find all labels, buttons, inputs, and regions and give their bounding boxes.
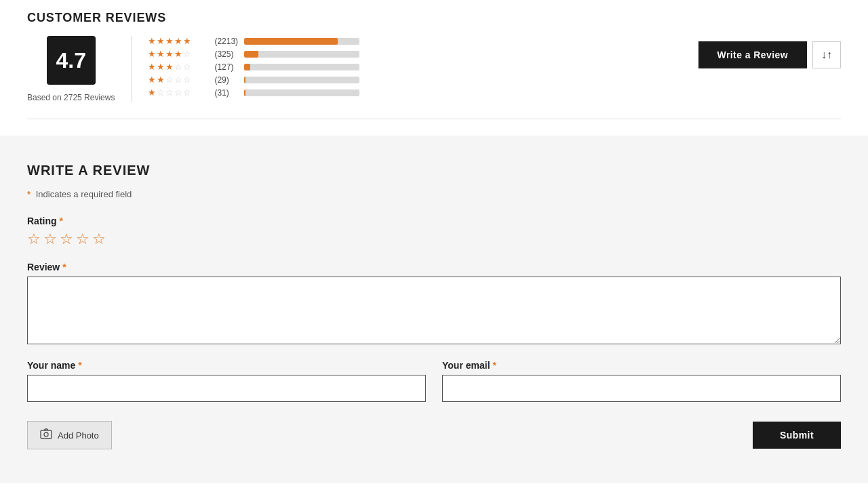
rating-label: Rating * (27, 216, 841, 226)
bar-star: ☆ (183, 75, 191, 85)
star-rating-input[interactable]: ☆ ☆ ☆ ☆ ☆ (27, 230, 841, 248)
add-photo-button[interactable]: Add Photo (27, 421, 112, 449)
submit-button[interactable]: Submit (753, 422, 841, 449)
required-note: * Indicates a required field (27, 189, 841, 199)
bar-count: (29) (214, 75, 239, 85)
bar-stars: ★★☆☆☆ (148, 75, 209, 85)
bar-stars: ★☆☆☆☆ (148, 87, 209, 98)
overall-rating-score: 4.7 (47, 36, 96, 85)
bar-track (244, 51, 359, 58)
email-group: Your email * (442, 360, 841, 402)
star-3[interactable]: ☆ (60, 230, 73, 248)
section-title: CUSTOMER REVIEWS (27, 11, 841, 25)
name-email-row: Your name * Your email * (27, 360, 841, 415)
bar-star: ★ (148, 62, 156, 72)
bar-star: ★ (183, 36, 191, 46)
bar-stars: ★★★★★ (148, 36, 209, 46)
name-required: * (78, 360, 81, 371)
bar-count: (31) (214, 88, 239, 98)
bar-star: ★ (148, 87, 156, 98)
svg-point-1 (44, 432, 48, 436)
rating-bar-row: ★★★★☆(325) (148, 49, 682, 59)
add-photo-label: Add Photo (58, 430, 99, 441)
star-1[interactable]: ☆ (27, 230, 41, 248)
bar-fill (244, 89, 245, 96)
bar-fill (244, 64, 250, 70)
actions-area: Write a Review ↓↑ (698, 36, 841, 68)
based-on-label: Based on 2725 Reviews (27, 93, 115, 102)
bar-star: ★ (174, 49, 182, 59)
bar-star: ★ (165, 62, 174, 72)
bar-star: ☆ (165, 75, 174, 85)
bar-star: ★ (157, 62, 165, 72)
bar-star: ☆ (157, 87, 165, 98)
email-label: Your email * (442, 360, 841, 371)
rating-box-wrapper: 4.7 Based on 2725 Reviews (27, 36, 132, 102)
bar-count: (2213) (214, 37, 239, 46)
bar-star: ★ (165, 36, 174, 46)
bar-star: ☆ (174, 75, 182, 85)
review-textarea[interactable] (27, 277, 841, 344)
bar-star: ★ (165, 49, 174, 59)
email-input[interactable] (442, 375, 841, 402)
bar-track (244, 89, 359, 96)
required-star: * (27, 189, 31, 199)
rating-bar-row: ★★☆☆☆(29) (148, 75, 682, 85)
review-label: Review * (27, 262, 841, 272)
bar-fill (244, 77, 245, 83)
bar-star: ☆ (165, 87, 174, 98)
form-title: WRITE A REVIEW (27, 163, 841, 178)
bar-star: ★ (148, 75, 156, 85)
bar-count: (127) (214, 62, 239, 72)
rating-bar-row: ★★★☆☆(127) (148, 62, 682, 72)
star-4[interactable]: ☆ (76, 230, 90, 248)
svg-rect-0 (41, 430, 52, 439)
customer-reviews-section: CUSTOMER REVIEWS 4.7 Based on 2725 Revie… (27, 0, 841, 119)
bar-track (244, 77, 359, 83)
bar-star: ☆ (183, 87, 191, 98)
bar-star: ★ (174, 36, 182, 46)
bar-fill (244, 51, 258, 58)
bar-fill (244, 38, 338, 45)
bar-star: ☆ (183, 49, 191, 59)
bar-star: ★ (157, 36, 165, 46)
sort-button[interactable]: ↓↑ (812, 41, 841, 68)
bar-star: ☆ (174, 87, 182, 98)
write-review-button[interactable]: Write a Review (698, 41, 807, 68)
review-group: Review * (27, 262, 841, 346)
bar-track (244, 64, 359, 70)
rating-group: Rating * ☆ ☆ ☆ ☆ ☆ (27, 216, 841, 248)
rating-required: * (59, 216, 62, 226)
rating-bars: ★★★★★(2213)★★★★☆(325)★★★☆☆(127)★★☆☆☆(29)… (132, 36, 698, 98)
bar-stars: ★★★★☆ (148, 49, 209, 59)
star-2[interactable]: ☆ (43, 230, 57, 248)
rating-bar-row: ★★★★★(2213) (148, 36, 682, 46)
name-input[interactable] (27, 375, 426, 402)
bar-star: ★ (157, 75, 165, 85)
rating-bar-row: ★☆☆☆☆(31) (148, 87, 682, 98)
name-group: Your name * (27, 360, 426, 402)
star-5[interactable]: ☆ (92, 230, 106, 248)
write-review-section: WRITE A REVIEW * Indicates a required fi… (0, 136, 868, 483)
name-label: Your name * (27, 360, 426, 371)
email-required: * (492, 360, 496, 371)
bar-star: ☆ (174, 62, 182, 72)
form-actions: Add Photo Submit (27, 421, 841, 449)
bar-stars: ★★★☆☆ (148, 62, 209, 72)
bar-star: ☆ (183, 62, 191, 72)
add-photo-icon (40, 428, 52, 442)
bar-track (244, 38, 359, 45)
bar-star: ★ (157, 49, 165, 59)
reviews-summary: 4.7 Based on 2725 Reviews ★★★★★(2213)★★★… (27, 36, 841, 102)
review-required: * (62, 262, 66, 272)
bar-count: (325) (214, 49, 239, 59)
bar-star: ★ (148, 36, 156, 46)
bar-star: ★ (148, 49, 156, 59)
